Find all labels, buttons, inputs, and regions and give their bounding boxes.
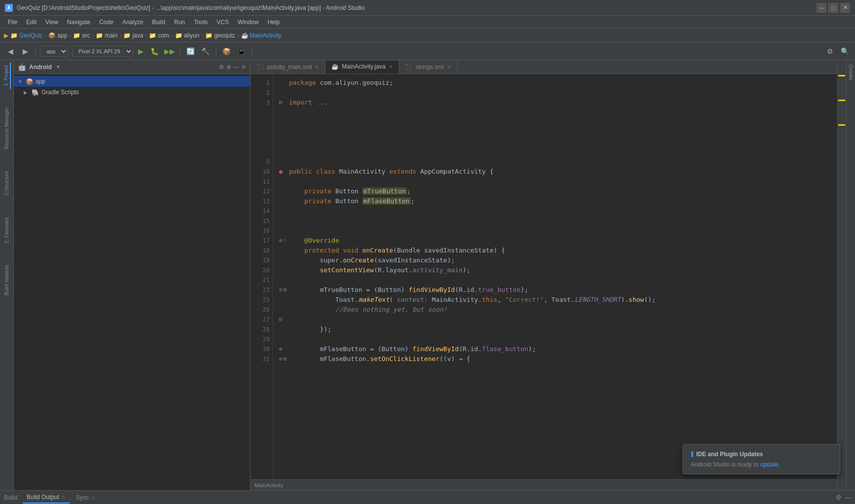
menu-run[interactable]: Run (170, 17, 189, 27)
tab-sync[interactable]: Sync ✕ (71, 492, 99, 503)
window-controls: ─ □ ✕ (817, 3, 850, 13)
sync-btn[interactable]: 🔄 (184, 45, 197, 58)
breadcrumb-geoquiz2[interactable]: 📁 geoquiz (205, 32, 235, 39)
bottom-minimize-btn[interactable]: — (845, 494, 851, 501)
search-btn[interactable]: 🔍 (838, 45, 851, 58)
breadcrumb-mainactivity[interactable]: ☕ MainActivity (241, 32, 282, 39)
strings-icon: ⬛ (405, 64, 413, 71)
run-with-coverage-btn[interactable]: ▶▶ (163, 45, 176, 58)
tab-label-strings: strings.xml (416, 64, 444, 71)
breadcrumb-aliyun[interactable]: 📁 aliyun (175, 32, 199, 39)
code-line-15 (279, 216, 831, 226)
maximize-button[interactable]: □ (828, 3, 838, 13)
xml-icon: ⬛ (256, 64, 264, 71)
toolbar-forward-btn[interactable]: ▶ (19, 45, 32, 58)
menu-build[interactable]: Build (148, 17, 170, 27)
menu-window[interactable]: Window (234, 17, 263, 27)
code-line-28: }); (279, 324, 831, 334)
code-line-2 (279, 88, 831, 98)
breadcrumb-app[interactable]: 📦 app (48, 32, 67, 39)
toolbar-back-btn[interactable]: ◀ (4, 45, 17, 58)
code-line-21 (279, 275, 831, 285)
notification-update-link[interactable]: update. (760, 461, 780, 468)
scroll-marker-1 (838, 75, 845, 76)
notification-title: ℹ IDE and Plugin Updates (691, 450, 832, 458)
menu-edit[interactable]: Edit (22, 17, 40, 27)
project-tool-collapse[interactable]: — (233, 64, 239, 71)
menu-tools[interactable]: Tools (190, 17, 212, 27)
code-line-18: protected void onCreate(Bundle savedInst… (279, 246, 831, 255)
bottom-panel-tabs: Build: Build Output ✕ Sync ✕ ⚙ — (0, 491, 855, 504)
tab-close-java[interactable]: ✕ (389, 64, 393, 70)
tab-close-strings[interactable]: ✕ (447, 64, 451, 71)
tab-project[interactable]: 1: Project (2, 62, 11, 89)
code-line-16 (279, 226, 831, 236)
code-line-11 (279, 177, 831, 186)
toolbar-sep3 (216, 46, 216, 56)
window-title: GeoQuiz [D:\AndroidStudioProjects\hello\… (17, 4, 813, 11)
avd-manager-btn[interactable]: 📱 (235, 45, 248, 58)
menu-code[interactable]: Code (95, 17, 117, 27)
tab-strings-xml[interactable]: ⬛ strings.xml ✕ (399, 61, 458, 73)
tab-build-output[interactable]: Build Output ✕ (23, 492, 70, 504)
menu-help[interactable]: Help (264, 17, 284, 27)
code-line-7 (279, 137, 831, 147)
project-tool-expand[interactable]: ⊕ (226, 64, 231, 71)
code-line-13: private Button mFlaseButton; (279, 196, 831, 206)
editor-bottom-bar: MainActivity (250, 479, 837, 490)
minimize-button[interactable]: ─ (817, 3, 826, 13)
breadcrumb-geoquiz[interactable]: 📁 GeoQuiz (10, 32, 42, 39)
project-tools: ⚙ ⊕ — ✕ (219, 64, 246, 71)
menu-analyze[interactable]: Analyze (118, 17, 147, 27)
settings-btn[interactable]: ⚙ (823, 45, 836, 58)
tab-favorites[interactable]: 2: Favorites (3, 215, 10, 246)
project-panel-title: Android (29, 64, 52, 71)
breadcrumb-icon: ▶ (4, 32, 8, 39)
code-line-6 (279, 127, 831, 137)
tab-resource-manager[interactable]: Resource Manager (3, 105, 10, 152)
menu-navigate[interactable]: Navigate (63, 17, 94, 27)
toolbar-sep4 (252, 46, 252, 56)
code-line-29 (279, 334, 831, 344)
project-tool-sync[interactable]: ⚙ (219, 64, 224, 71)
breadcrumb-src[interactable]: 📁 src (73, 32, 90, 39)
app-selector[interactable]: app (40, 46, 68, 57)
device-selector[interactable]: Pixel 2 XL API 29 (72, 46, 133, 57)
tree-item-gradle[interactable]: ▶ 🐘 Gradle Scripts (14, 87, 250, 98)
sdk-manager-btn[interactable]: 📦 (220, 45, 233, 58)
tab-sync-close[interactable]: ✕ (91, 495, 95, 501)
right-sidebar (837, 60, 846, 490)
code-line-27: ⊟ (279, 315, 831, 324)
tab-mainactivity-java[interactable]: ☕ MainActivity.java ✕ (325, 61, 399, 73)
gradle-tab[interactable]: Gradle (847, 60, 855, 84)
tree-item-app[interactable]: ▼ 📦 app (14, 76, 250, 87)
rebuild-btn[interactable]: 🔨 (199, 45, 212, 58)
code-line-30: ⊙ mFlaseButton = (Button) findViewById(R… (279, 344, 831, 354)
tab-z-structure[interactable]: Z-Structure (3, 168, 10, 199)
breadcrumb-com[interactable]: 📁 com (149, 32, 169, 39)
code-line-25: Toast.makeText( context: MainActivity.th… (279, 295, 831, 305)
project-tool-close[interactable]: ✕ (241, 64, 246, 71)
notification-popup: ℹ IDE and Plugin Updates Android Studio … (682, 444, 840, 474)
code-line-10: ● public class MainActivity extends AppC… (279, 167, 831, 177)
tab-activity-main-xml[interactable]: ⬛ activity_main.xml ✕ (250, 61, 325, 73)
app-module-icon: 📦 (26, 78, 34, 85)
bottom-settings-btn[interactable]: ⚙ (836, 494, 842, 501)
tab-build-output-close[interactable]: ✕ (62, 495, 66, 500)
close-button[interactable]: ✕ (840, 3, 850, 13)
project-dropdown-arrow[interactable]: ▼ (57, 64, 60, 70)
run-button[interactable]: ▶ (135, 46, 146, 56)
menu-vcs[interactable]: VCS (213, 17, 233, 27)
code-line-4 (279, 108, 831, 117)
breadcrumb-main[interactable]: 📁 main (96, 32, 117, 39)
toolbar: ◀ ▶ app Pixel 2 XL API 29 ▶ 🐛 ▶▶ 🔄 🔨 📦 📱… (0, 42, 855, 60)
tree-arrow-gradle: ▶ (24, 90, 30, 95)
code-line-1: package com.aliyun.geoquiz; (279, 78, 831, 88)
tab-build-variants[interactable]: Build Variants (3, 262, 10, 298)
code-editor[interactable]: package com.aliyun.geoquiz; ⊟ import ... (273, 74, 837, 479)
debug-btn[interactable]: 🐛 (148, 45, 161, 58)
menu-file[interactable]: File (4, 17, 21, 27)
menu-view[interactable]: View (41, 17, 62, 27)
breadcrumb-java[interactable]: 📁 java (123, 32, 143, 39)
tab-close-xml[interactable]: ✕ (315, 64, 319, 71)
